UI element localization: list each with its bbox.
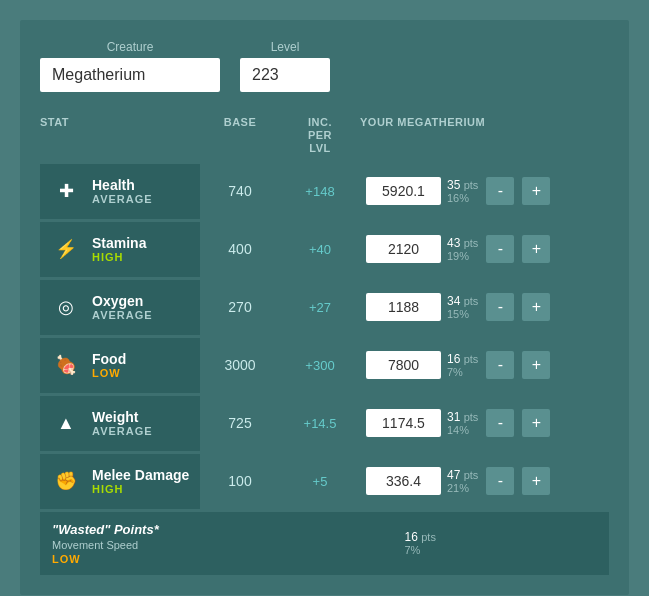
col-stat-header: STAT bbox=[40, 116, 200, 156]
stat-level: HIGH bbox=[92, 483, 189, 495]
col-base-header: BASE bbox=[200, 116, 280, 156]
main-container: Creature Level STAT BASE INC.PERLVL YOUR… bbox=[20, 20, 629, 595]
level-input[interactable] bbox=[240, 58, 330, 92]
pts-pct: 21% bbox=[447, 482, 478, 494]
minus-button[interactable]: - bbox=[486, 235, 514, 263]
col-your-header: YOUR MEGATHERIUM bbox=[360, 116, 609, 156]
minus-button[interactable]: - bbox=[486, 351, 514, 379]
col-inc-val: +27 bbox=[280, 280, 360, 335]
wasted-title: "Wasted" Points* bbox=[52, 522, 212, 537]
stat-row-health: ✚ Health AVERAGE 740 +148 35 pts 16% - + bbox=[40, 164, 609, 219]
stat-text-food: Food LOW bbox=[92, 351, 126, 379]
pts-number: 47 pts bbox=[447, 468, 478, 482]
plus-button[interactable]: + bbox=[522, 293, 550, 321]
pts-number: 43 pts bbox=[447, 236, 478, 250]
your-value-input[interactable] bbox=[366, 177, 441, 205]
col-base-val: 3000 bbox=[200, 338, 280, 393]
pts-pct: 7% bbox=[447, 366, 478, 378]
header-row: Creature Level bbox=[40, 40, 609, 92]
stat-name: Food bbox=[92, 351, 126, 367]
creature-input[interactable] bbox=[40, 58, 220, 92]
pts-pct: 15% bbox=[447, 308, 478, 320]
table-header: STAT BASE INC.PERLVL YOUR MEGATHERIUM bbox=[40, 112, 609, 160]
stat-info-oxygen: ◎ Oxygen AVERAGE bbox=[40, 280, 200, 335]
pts-info: 34 pts 15% bbox=[447, 294, 478, 320]
stat-name: Oxygen bbox=[92, 293, 153, 309]
plus-button[interactable]: + bbox=[522, 177, 550, 205]
your-value-input[interactable] bbox=[366, 293, 441, 321]
stat-name: Weight bbox=[92, 409, 153, 425]
stat-level: AVERAGE bbox=[92, 193, 153, 205]
icon-health: ✚ bbox=[50, 175, 82, 207]
plus-button[interactable]: + bbox=[522, 351, 550, 379]
stat-text-stamina: Stamina HIGH bbox=[92, 235, 146, 263]
plus-button[interactable]: + bbox=[522, 235, 550, 263]
pts-pct: 14% bbox=[447, 424, 478, 436]
col-base-val: 270 bbox=[200, 280, 280, 335]
stat-info-health: ✚ Health AVERAGE bbox=[40, 164, 200, 219]
stat-row-melee-damage: ✊ Melee Damage HIGH 100 +5 47 pts 21% - … bbox=[40, 454, 609, 509]
pts-info: 43 pts 19% bbox=[447, 236, 478, 262]
stat-level: AVERAGE bbox=[92, 309, 153, 321]
plus-button[interactable]: + bbox=[522, 409, 550, 437]
pts-info: 35 pts 16% bbox=[447, 178, 478, 204]
col-base-val: 100 bbox=[200, 454, 280, 509]
icon-melee: ✊ bbox=[50, 465, 82, 497]
pts-pct: 19% bbox=[447, 250, 478, 262]
icon-weight: ▲ bbox=[50, 407, 82, 439]
creature-label: Creature bbox=[40, 40, 220, 54]
col-base-val: 725 bbox=[200, 396, 280, 451]
col-inc-val: +40 bbox=[280, 222, 360, 277]
wasted-pts-number: 16 pts bbox=[405, 530, 598, 544]
pts-number: 16 pts bbox=[447, 352, 478, 366]
wasted-pts: 16 pts 7% bbox=[405, 530, 598, 556]
stat-row-oxygen: ◎ Oxygen AVERAGE 270 +27 34 pts 15% - + bbox=[40, 280, 609, 335]
pts-info: 16 pts 7% bbox=[447, 352, 478, 378]
wasted-subtitle: Movement Speed bbox=[52, 539, 212, 551]
wasted-text: "Wasted" Points* Movement Speed LOW bbox=[52, 522, 212, 565]
col-your: 35 pts 16% - + bbox=[360, 164, 609, 219]
creature-field-group: Creature bbox=[40, 40, 220, 92]
stat-text-health: Health AVERAGE bbox=[92, 177, 153, 205]
pts-number: 35 pts bbox=[447, 178, 478, 192]
minus-button[interactable]: - bbox=[486, 293, 514, 321]
stat-row-food: 🍖 Food LOW 3000 +300 16 pts 7% - + bbox=[40, 338, 609, 393]
stat-rows: ✚ Health AVERAGE 740 +148 35 pts 16% - +… bbox=[40, 164, 609, 509]
your-value-input[interactable] bbox=[366, 467, 441, 495]
icon-food: 🍖 bbox=[50, 349, 82, 381]
icon-stamina: ⚡ bbox=[50, 233, 82, 265]
your-value-input[interactable] bbox=[366, 351, 441, 379]
pts-number: 31 pts bbox=[447, 410, 478, 424]
your-value-input[interactable] bbox=[366, 409, 441, 437]
col-your: 31 pts 14% - + bbox=[360, 396, 609, 451]
plus-button[interactable]: + bbox=[522, 467, 550, 495]
level-label: Level bbox=[240, 40, 330, 54]
col-inc-val: +5 bbox=[280, 454, 360, 509]
wasted-row: "Wasted" Points* Movement Speed LOW 16 p… bbox=[40, 512, 609, 575]
col-inc-val: +14.5 bbox=[280, 396, 360, 451]
col-inc-val: +300 bbox=[280, 338, 360, 393]
stat-row-stamina: ⚡ Stamina HIGH 400 +40 43 pts 19% - + bbox=[40, 222, 609, 277]
pts-info: 31 pts 14% bbox=[447, 410, 478, 436]
icon-oxygen: ◎ bbox=[50, 291, 82, 323]
stat-text-oxygen: Oxygen AVERAGE bbox=[92, 293, 153, 321]
minus-button[interactable]: - bbox=[486, 467, 514, 495]
stat-info-food: 🍖 Food LOW bbox=[40, 338, 200, 393]
wasted-level: LOW bbox=[52, 553, 212, 565]
your-value-input[interactable] bbox=[366, 235, 441, 263]
level-field-group: Level bbox=[240, 40, 330, 92]
wasted-pts-pct: 7% bbox=[405, 544, 598, 556]
col-inc-header: INC.PERLVL bbox=[280, 116, 360, 156]
col-your: 47 pts 21% - + bbox=[360, 454, 609, 509]
stat-level: HIGH bbox=[92, 251, 146, 263]
minus-button[interactable]: - bbox=[486, 409, 514, 437]
pts-number: 34 pts bbox=[447, 294, 478, 308]
pts-pct: 16% bbox=[447, 192, 478, 204]
col-your: 16 pts 7% - + bbox=[360, 338, 609, 393]
stat-level: AVERAGE bbox=[92, 425, 153, 437]
minus-button[interactable]: - bbox=[486, 177, 514, 205]
stat-text-weight: Weight AVERAGE bbox=[92, 409, 153, 437]
stat-row-weight: ▲ Weight AVERAGE 725 +14.5 31 pts 14% - … bbox=[40, 396, 609, 451]
stat-level: LOW bbox=[92, 367, 126, 379]
pts-info: 47 pts 21% bbox=[447, 468, 478, 494]
